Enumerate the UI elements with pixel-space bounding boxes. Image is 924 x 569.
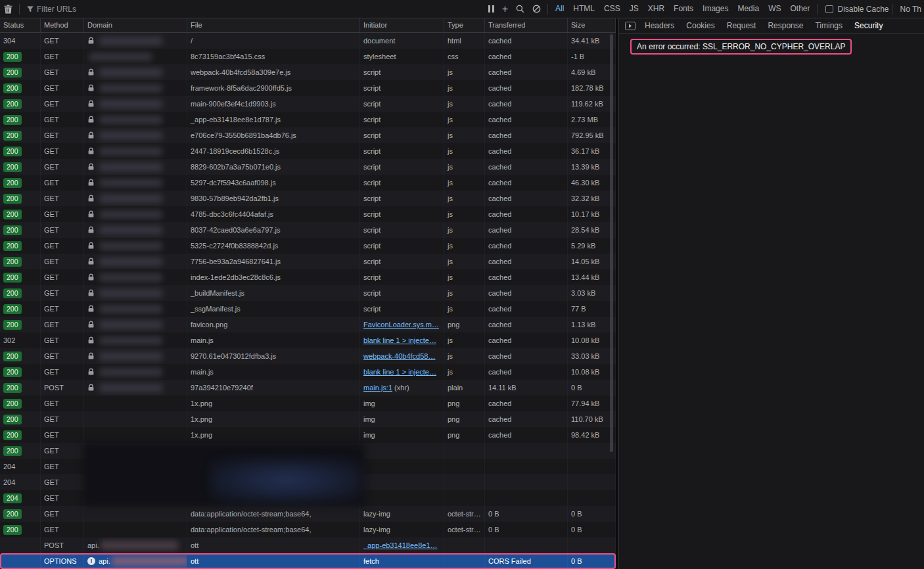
domain-cell — [84, 64, 187, 80]
initiator-link[interactable]: _app-eb31418ee8e1… — [363, 541, 438, 549]
size-cell: 13.39 kB — [568, 159, 616, 175]
throttling-dropdown[interactable]: No Th — [895, 5, 924, 14]
column-header-domain[interactable]: Domain — [84, 18, 187, 32]
file-cell: 2447-18919cecd6b1528c.js — [187, 143, 360, 159]
request-row[interactable]: 200GET_app-eb31418ee8e1d787.jsscriptjsca… — [0, 112, 616, 127]
transferred-cell: cached — [485, 175, 568, 191]
size-cell: 77 B — [568, 301, 616, 317]
filter-tab-html[interactable]: HTML — [568, 0, 599, 18]
request-row[interactable]: 200GET1x.pngimgpngcached110.70 kB — [0, 411, 616, 427]
request-row[interactable]: 200GET_ssgManifest.jsscriptjscached77 B — [0, 301, 616, 317]
details-tab-timings[interactable]: Timings — [809, 18, 848, 34]
request-row[interactable]: 200GET9830-57b89eb942da2fb1.jsscriptjsca… — [0, 191, 616, 206]
filter-tab-media[interactable]: Media — [733, 0, 764, 18]
method-cell: GET — [41, 285, 84, 301]
filter-tab-images[interactable]: Images — [698, 0, 733, 18]
column-header-initiator[interactable]: Initiator — [360, 18, 444, 32]
request-row[interactable]: 200GET4785-dbc3c6fc4404afaf.jsscriptjsca… — [0, 206, 616, 222]
filter-urls-input[interactable]: Filter URLs — [22, 1, 80, 17]
initiator-link[interactable]: blank line 1 > injecte… — [363, 336, 436, 344]
redacted-domain — [99, 352, 162, 361]
status-cell: 200 — [0, 317, 41, 332]
type-cell: js — [444, 127, 485, 143]
lock-icon — [87, 100, 95, 108]
expand-panel-icon[interactable] — [625, 22, 635, 30]
request-row[interactable]: 200POST97a394210e79240fmain.js:1 (xhr)pl… — [0, 380, 616, 396]
initiator-link[interactable]: blank line 1 > injecte… — [363, 368, 436, 376]
request-row[interactable]: 200GET_buildManifest.jsscriptjscached3.0… — [0, 285, 616, 301]
size-cell: 13.44 kB — [568, 269, 616, 285]
filter-tab-fonts[interactable]: Fonts — [669, 0, 698, 18]
request-row[interactable]: 200GET7756-be93a2a946827641.jsscriptjsca… — [0, 254, 616, 269]
size-cell: 36.17 kB — [568, 143, 616, 159]
new-request-button[interactable]: + — [498, 1, 512, 17]
details-tab-response[interactable]: Response — [762, 18, 809, 34]
request-row[interactable]: 200GETe706ce79-3550b6891ba4db76.jsscript… — [0, 127, 616, 143]
transferred-cell: cached — [485, 269, 568, 285]
request-row[interactable]: 200GET1x.pngimgpngcached77.94 kB — [0, 396, 616, 411]
request-row[interactable]: 200GET5325-c2724f0b8388842d.jsscriptjsca… — [0, 238, 616, 254]
request-row[interactable]: 200GET8037-42caed03a6e6a797.jsscriptjsca… — [0, 222, 616, 238]
column-header-type[interactable]: Type — [444, 18, 485, 32]
request-row[interactable]: 200GET9270.61e0473012fdfba3.jswebpack-40… — [0, 348, 616, 364]
filter-tab-js[interactable]: JS — [625, 0, 643, 18]
initiator-cell: webpack-40b4fcd58… — [360, 348, 444, 364]
lock-icon — [87, 116, 95, 124]
request-row[interactable]: 302GETmain.jsblank line 1 > injecte…jsca… — [0, 332, 616, 348]
request-row[interactable]: 200GET8829-602b7a3a75b071e0.jsscriptjsca… — [0, 159, 616, 175]
block-request-button[interactable] — [528, 1, 545, 17]
column-header-status[interactable]: Status — [0, 18, 41, 32]
initiator-link[interactable]: main.js:1 — [363, 384, 392, 392]
filter-tab-other[interactable]: Other — [785, 0, 814, 18]
domain-cell — [84, 396, 187, 411]
request-row[interactable]: 200GETdata:application/octet-stream;base… — [0, 522, 616, 537]
status-cell: 200 — [0, 364, 41, 380]
initiator-cell: fetch — [360, 553, 444, 569]
request-row[interactable]: 200GETwebpack-40b4fcd58a309e7e.jsscriptj… — [0, 64, 616, 80]
details-tab-headers[interactable]: Headers — [639, 18, 680, 34]
request-row[interactable]: 200GET2447-18919cecd6b1528c.jsscriptjsca… — [0, 143, 616, 159]
initiator-link[interactable]: FaviconLoader.sys.m… — [363, 321, 439, 329]
request-row[interactable]: 200GET1x.pngimgpngcached98.42 kB — [0, 427, 616, 443]
column-header-file[interactable]: File — [187, 18, 360, 32]
pause-recording-button[interactable] — [484, 1, 498, 17]
request-row[interactable]: 200GETindex-1ede2db3ec28c8c6.jsscriptjsc… — [0, 269, 616, 285]
request-row[interactable]: 200GET5297-dc7f5943c6aaf098.jsscriptjsca… — [0, 175, 616, 191]
request-row[interactable]: 200GETfavicon.pngFaviconLoader.sys.m…png… — [0, 317, 616, 332]
request-row[interactable]: 304GET/documenthtmlcached34.41 kB — [0, 33, 616, 49]
request-row[interactable]: 200GETmain-900ef3ef4c1d9903.jsscriptjsca… — [0, 96, 616, 112]
domain-cell — [84, 238, 187, 254]
request-row-selected[interactable]: OPTIONS!api.ottfetchCORS Failed0 B — [0, 553, 616, 569]
filter-tab-all[interactable]: All — [551, 0, 568, 18]
column-header-size[interactable]: Size — [568, 18, 616, 32]
request-row[interactable]: 200GETmain.jsblank line 1 > injecte…jsca… — [0, 364, 616, 380]
status-badge: 200 — [3, 383, 22, 393]
method-cell: GET — [41, 112, 84, 127]
details-tab-request[interactable]: Request — [721, 18, 762, 34]
request-row[interactable]: 200GET8c73159ac3bf4a15.cssstylesheetcssc… — [0, 49, 616, 64]
status-badge: 200 — [3, 147, 22, 156]
method-cell: GET — [41, 506, 84, 522]
file-cell: ott — [187, 537, 360, 553]
vertical-scrollbar[interactable] — [610, 34, 613, 452]
details-tab-security[interactable]: Security — [848, 18, 889, 34]
request-row[interactable]: 200GETdata:application/octet-stream;base… — [0, 506, 616, 522]
filter-tab-ws[interactable]: WS — [764, 0, 785, 18]
disable-cache-checkbox[interactable] — [825, 5, 833, 13]
type-cell: js — [444, 191, 485, 206]
filter-tab-css[interactable]: CSS — [599, 0, 625, 18]
method-cell: GET — [41, 301, 84, 317]
filter-tab-xhr[interactable]: XHR — [643, 0, 669, 18]
initiator-link[interactable]: webpack-40b4fcd58… — [363, 352, 435, 360]
domain-text: api. — [87, 537, 99, 553]
clear-requests-button[interactable] — [0, 1, 16, 17]
request-row[interactable]: 200GETframework-8f5a6dac2900ffd5.jsscrip… — [0, 80, 616, 96]
file-cell: _ssgManifest.js — [187, 301, 360, 317]
details-tab-cookies[interactable]: Cookies — [680, 18, 720, 34]
disable-cache-control[interactable]: Disable Cache — [820, 5, 889, 14]
request-row[interactable]: POSTapi.ott_app-eb31418ee8e1… — [0, 537, 616, 553]
column-header-transferred[interactable]: Transferred — [485, 18, 568, 32]
column-header-method[interactable]: Method — [41, 18, 84, 32]
initiator-cell: lazy-img — [360, 522, 444, 537]
search-button[interactable] — [512, 1, 528, 17]
